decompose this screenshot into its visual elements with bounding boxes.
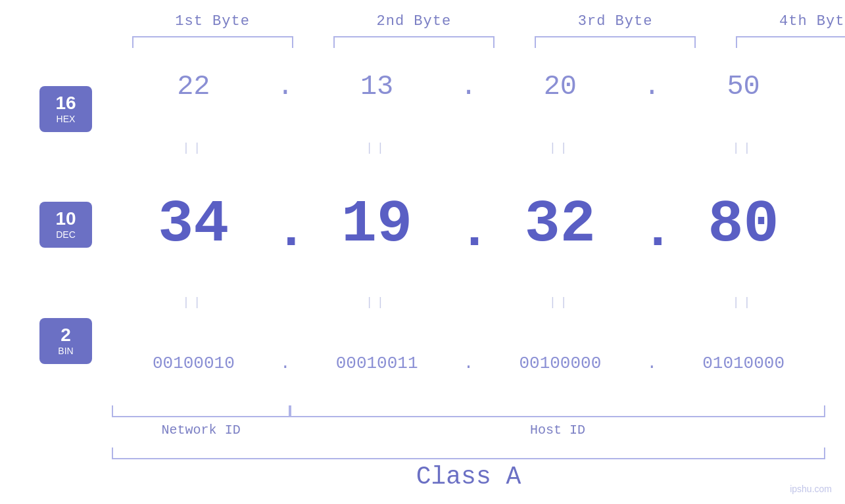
dec-val-1: 34 [112,195,276,254]
hex-val-4: 50 [662,71,825,103]
byte3-header: 3rd Byte [515,13,716,30]
eq2-1: || [112,296,276,309]
bin-dot-3: . [642,354,662,373]
dec-badge: 10 DEC [39,202,92,248]
dec-badge-label: DEC [56,229,76,240]
eq1-4: || [662,141,825,154]
dec-dot-1: . [276,192,295,258]
class-section: Class A [112,447,825,491]
bin-val-2: 00010011 [295,354,459,373]
id-labels-row: Network ID Host ID [112,423,825,438]
bracket-top-4 [736,36,845,48]
eq1-1: || [112,141,276,154]
eq-row-2: || || || || [112,292,825,312]
class-bracket [112,447,825,459]
bracket-cell-1 [112,36,313,48]
hex-badge-num: 16 [55,94,76,112]
dec-dot-3: . [642,192,662,258]
eq2-2: || [295,296,459,309]
watermark: ipshu.com [790,484,832,494]
dec-val-3: 32 [479,195,642,254]
bin-val-1: 00100010 [112,354,276,373]
hex-row: 22 . 13 . 20 . 50 [112,60,825,113]
bracket-cell-2 [313,36,514,48]
eq1-3: || [479,141,642,154]
top-bracket-row [112,36,845,48]
bin-badge-num: 2 [60,326,71,344]
bracket-top-3 [535,36,696,48]
hex-dot-2: . [459,71,479,103]
bracket-cell-4 [716,36,845,48]
dec-row: 34 . 19 . 32 . 80 [112,182,825,267]
bottom-brackets [112,405,825,417]
eq-row-1: || || || || [112,138,825,158]
dec-dot-2: . [459,192,479,258]
hex-badge: 16 HEX [39,86,92,132]
host-id-label: Host ID [290,423,825,438]
hex-dot-1: . [276,71,295,103]
bottom-section: Network ID Host ID Class A [20,405,825,491]
dec-badge-num: 10 [55,210,76,228]
bin-badge-label: BIN [58,346,73,356]
network-id-bracket [112,405,290,417]
class-a-label: Class A [112,463,825,491]
host-id-bracket [290,405,825,417]
eq2-4: || [662,296,825,309]
bin-dot-2: . [459,354,479,373]
bin-val-4: 01010000 [662,354,825,373]
bracket-top-1 [132,36,293,48]
hex-val-2: 13 [295,71,459,103]
hex-val-3: 20 [479,71,642,103]
byte-headers: 1st Byte 2nd Byte 3rd Byte 4th Byte [112,13,845,30]
main-container: 1st Byte 2nd Byte 3rd Byte 4th Byte 16 H… [0,0,845,504]
byte2-header: 2nd Byte [313,13,514,30]
byte4-header: 4th Byte [716,13,845,30]
eq1-2: || [295,141,459,154]
hex-val-1: 22 [112,71,276,103]
network-id-label: Network ID [112,423,290,438]
byte1-header: 1st Byte [112,13,313,30]
dec-val-2: 19 [295,195,459,254]
rows-container: 22 . 13 . 20 . 50 || || [112,48,825,402]
bin-row: 00100010 . 00010011 . 00100000 . 0101000… [112,337,825,390]
label-column: 16 HEX 10 DEC 2 BIN [20,48,112,402]
dec-val-4: 80 [662,195,825,254]
bracket-cell-3 [515,36,716,48]
eq2-3: || [479,296,642,309]
hex-dot-3: . [642,71,662,103]
hex-badge-label: HEX [57,114,76,124]
content-area: 16 HEX 10 DEC 2 BIN 22 . 13 [20,48,825,402]
bin-dot-1: . [276,354,295,373]
bin-val-3: 00100000 [479,354,642,373]
bracket-top-2 [333,36,495,48]
bin-badge: 2 BIN [39,318,92,364]
